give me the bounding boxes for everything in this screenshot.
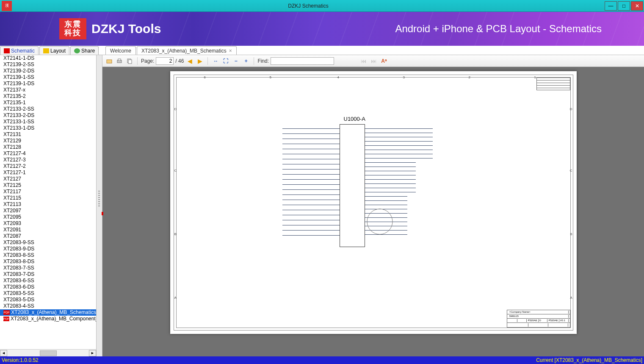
doc-tab-schematics-label: XT2083_x_(Athena)_MB_Schematics (141, 48, 227, 54)
close-button[interactable]: ✕ (631, 1, 643, 11)
zoom-out-button[interactable]: − (232, 57, 240, 65)
print-button[interactable] (115, 57, 124, 65)
tree-item[interactable]: XT2083-5-SS (0, 290, 96, 297)
zoom-in-button[interactable]: + (242, 57, 250, 65)
doc-tab-schematics[interactable]: XT2083_x_(Athena)_MB_Schematics× (137, 46, 237, 55)
text-size-button[interactable]: Aᵃ (380, 57, 388, 65)
tree-item[interactable]: XT2083-7-SS (0, 265, 96, 271)
tree-item[interactable]: XT2133-2-SS (0, 106, 96, 112)
tree-item[interactable]: XT2129 (0, 138, 96, 144)
scroll-left-button[interactable]: ◄ (0, 350, 7, 356)
pdf-icon: PDF (3, 310, 10, 315)
tree-item[interactable]: XT2139-1-DS (0, 81, 96, 87)
tree-item[interactable]: XT2139-2-SS (0, 61, 96, 68)
tab-schematic[interactable]: Schematic (0, 46, 39, 55)
tree-item[interactable]: XT2128 (0, 144, 96, 150)
sidebar-hscroll[interactable]: ◄ ► (0, 349, 96, 356)
tree-item[interactable]: XT2133-2-DS (0, 112, 96, 119)
tree-item[interactable]: XT2135-2 (0, 93, 96, 100)
splitter-handle-icon (102, 212, 103, 215)
tree-item[interactable]: XT2113 (0, 201, 96, 208)
col-6: 6 (204, 75, 206, 79)
tree-item[interactable]: XT2097 (0, 208, 96, 214)
tree-item[interactable]: XT2135-1 (0, 100, 96, 106)
tree-item-pdf[interactable]: PDFXT2083_x_(Athena)_MB_Component_Loc (0, 316, 96, 322)
tb-doc: P520AE (547, 319, 559, 322)
svg-point-5 (367, 209, 392, 234)
tree-item[interactable]: XT2083-5-DS (0, 297, 96, 303)
viewer-pane: Page: / 46 ◀ ▶ ↔ ⛶ − + Find: ⏮ ⏭ Aᵃ 6 5 (102, 55, 644, 356)
component-refdes: U1000-A (344, 116, 365, 122)
find-input[interactable] (271, 57, 334, 65)
tab-share[interactable]: Share (70, 46, 99, 55)
tree-item[interactable]: XT2083-9-DS (0, 246, 96, 252)
tree-item[interactable]: XT2091 (0, 227, 96, 233)
tree-item[interactable]: XT2117 (0, 189, 96, 195)
tree-item[interactable]: XT2083-4-SS (0, 303, 96, 309)
window-buttons: — □ ✕ (605, 1, 644, 11)
doc-tab-welcome[interactable]: Welcome (105, 46, 136, 55)
title-bar: 漢 DZKJ Schematics — □ ✕ (0, 0, 644, 12)
tree-item[interactable]: XT2127-1 (0, 169, 96, 176)
tree-item[interactable]: XT2087 (0, 233, 96, 239)
maximize-button[interactable]: □ (618, 1, 630, 11)
scroll-track[interactable] (7, 350, 89, 356)
tree-item[interactable]: XT2133-1-SS (0, 119, 96, 125)
tree-item[interactable]: XT2137-x (0, 87, 96, 93)
prev-page-button[interactable]: ◀ (185, 57, 194, 65)
tree-item[interactable]: XT2095 (0, 214, 96, 220)
splitter[interactable] (97, 55, 102, 356)
canvas-area[interactable]: 6 5 4 3 2 1 D D C C B B A A U1000-A (102, 67, 644, 356)
row-d-l: D (174, 107, 177, 111)
app-icon: 漢 (2, 1, 12, 11)
page-input[interactable] (156, 57, 174, 65)
tree-item[interactable]: XT2125 (0, 182, 96, 189)
col-1: 1 (534, 75, 536, 79)
tree-item[interactable]: XT2115 (0, 195, 96, 201)
detail-circle (365, 207, 395, 236)
doc-tab-welcome-label: Welcome (110, 48, 131, 54)
fit-page-button[interactable]: ⛶ (221, 57, 230, 65)
row-b-r: B (570, 232, 572, 236)
find-prev-button[interactable]: ⏮ (359, 57, 368, 65)
brand-text: DZKJ Tools (91, 22, 161, 36)
chip-outline (340, 124, 365, 247)
minimize-button[interactable]: — (605, 1, 617, 11)
tree-item-pdf[interactable]: PDFXT2083_x_(Athena)_MB_Schematics (0, 309, 96, 316)
tree-item[interactable]: XT2139-1-SS (0, 74, 96, 81)
tree-item[interactable]: XT2083-8-DS (0, 258, 96, 265)
tree-item[interactable]: XT2131 (0, 131, 96, 138)
pdf-icon: PDF (3, 317, 9, 321)
copy-button[interactable] (125, 57, 134, 65)
tree-item[interactable]: XT2083-6-SS (0, 278, 96, 284)
sidebar: XT2141-1-DSXT2139-2-SSXT2139-2-DSXT2139-… (0, 55, 97, 356)
svg-rect-4 (128, 60, 132, 64)
tree-item[interactable]: XT2127-4 (0, 150, 96, 157)
tree-item[interactable]: XT2093 (0, 220, 96, 227)
window-title: DZKJ Schematics (12, 3, 605, 9)
next-page-button[interactable]: ▶ (196, 57, 204, 65)
tree-item[interactable]: XT2127-3 (0, 157, 96, 163)
col-5: 5 (270, 75, 271, 79)
tree-item[interactable]: XT2083-9-SS (0, 239, 96, 246)
fit-width-button[interactable]: ↔ (211, 57, 220, 65)
row-c-r: C (570, 169, 572, 172)
tree-view[interactable]: XT2141-1-DSXT2139-2-SSXT2139-2-DSXT2139-… (0, 55, 96, 349)
tree-item[interactable]: XT2083-8-SS (0, 252, 96, 258)
tree-item[interactable]: XT2083-7-DS (0, 271, 96, 278)
find-next-button[interactable]: ⏭ (370, 57, 378, 65)
tree-item[interactable]: XT2127-2 (0, 163, 96, 169)
tree-item[interactable]: XT2141-1-DS (0, 55, 96, 61)
tab-close-icon[interactable]: × (229, 48, 232, 54)
svg-rect-2 (118, 59, 121, 61)
tree-item[interactable]: XT2083-6-DS (0, 284, 96, 290)
tree-item[interactable]: XT2127 (0, 176, 96, 182)
scroll-right-button[interactable]: ► (89, 350, 96, 356)
open-button[interactable] (105, 57, 113, 65)
tab-layout[interactable]: Layout (39, 46, 69, 55)
tree-item[interactable]: XT2139-2-DS (0, 68, 96, 74)
find-label: Find: (257, 58, 269, 64)
scroll-thumb[interactable] (40, 350, 57, 356)
page-label: Page: (141, 58, 154, 64)
tree-item[interactable]: XT2133-1-DS (0, 125, 96, 131)
